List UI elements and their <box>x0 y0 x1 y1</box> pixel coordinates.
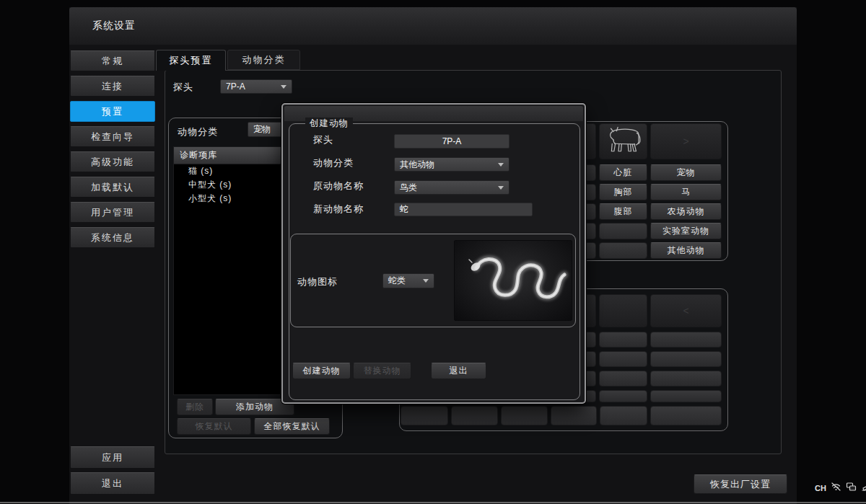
printer-icon <box>861 482 866 495</box>
delete-button[interactable]: 删除 <box>177 399 213 415</box>
next-arrow-hint: > <box>683 136 688 147</box>
preset-button[interactable] <box>599 371 647 386</box>
category-lab-button[interactable]: 实验室动物 <box>650 223 722 239</box>
tab-probe-preset[interactable]: 探头预置 <box>156 50 226 71</box>
preset-button[interactable] <box>599 223 647 239</box>
bottom-edge-line <box>0 502 866 503</box>
animal-icon-label: 动物图标 <box>297 275 338 288</box>
apply-button[interactable]: 应用 <box>70 446 155 469</box>
dialog-orig-name-label: 原动物名称 <box>313 180 364 193</box>
status-icon-tray: CH <box>815 482 866 495</box>
sidebar-item-advanced[interactable]: 高级功能 <box>70 151 155 172</box>
preset-button[interactable] <box>599 242 647 259</box>
probe-dropdown[interactable]: 7P-A <box>220 79 292 94</box>
restore-default-button[interactable]: 恢复默认 <box>177 418 251 435</box>
dual-display-icon <box>846 482 857 495</box>
preset-button[interactable] <box>401 406 448 425</box>
preset-button[interactable] <box>600 406 647 425</box>
exit-button[interactable]: 退出 <box>70 472 155 495</box>
preset-button[interactable] <box>650 351 722 367</box>
preset-button[interactable] <box>551 406 597 425</box>
snake-icon <box>455 311 572 321</box>
network-off-icon <box>831 482 841 495</box>
category-pet-button[interactable]: 宠物 <box>650 164 722 181</box>
tab-animal-category[interactable]: 动物分类 <box>227 50 300 70</box>
sidebar-item-exam-wizard[interactable]: 检查向导 <box>70 126 155 147</box>
prev-preset-button[interactable]: < <box>650 294 722 327</box>
sidebar-item-connect[interactable]: 连接 <box>70 76 155 97</box>
preset-button[interactable] <box>599 351 647 367</box>
sidebar-item-preset[interactable]: 预置 <box>70 101 155 122</box>
preset-button[interactable] <box>650 390 722 402</box>
create-animal-dialog: 创建动物 探头 7P-A 动物分类 其他动物 原动物名称 鸟类 新动物名称 蛇 … <box>281 103 586 404</box>
channel-status-label: CH <box>815 484 826 492</box>
dialog-legend: 创建动物 <box>305 118 353 130</box>
exam-chest-button[interactable]: 胸部 <box>599 184 647 200</box>
preset-button[interactable] <box>599 390 647 402</box>
restore-all-default-button[interactable]: 全部恢复默认 <box>254 418 330 435</box>
animal-image-button[interactable] <box>599 294 647 327</box>
preset-button[interactable] <box>501 406 548 425</box>
sidebar-item-load-default[interactable]: 加载默认 <box>70 177 155 198</box>
preset-button[interactable] <box>650 332 722 348</box>
category-other-button[interactable]: 其他动物 <box>650 242 722 259</box>
preset-button[interactable] <box>650 406 722 425</box>
factory-reset-button[interactable]: 恢复出厂设置 <box>694 474 787 494</box>
page-title: 系统设置 <box>92 19 136 32</box>
sidebar-item-system-info[interactable]: 系统信息 <box>70 227 155 248</box>
cow-icon <box>603 125 644 158</box>
exam-heart-button[interactable]: 心脏 <box>599 164 647 181</box>
next-preset-button[interactable]: > <box>650 123 722 159</box>
cow-image-button[interactable] <box>599 123 647 159</box>
preset-button[interactable] <box>451 406 498 425</box>
sidebar-item-general[interactable]: 常规 <box>70 50 155 71</box>
title-bar: 系统设置 <box>69 7 797 45</box>
exam-abdomen-button[interactable]: 腹部 <box>599 203 647 220</box>
dialog-probe-label: 探头 <box>313 133 333 146</box>
preset-button[interactable] <box>650 371 722 386</box>
animal-icon-preview <box>454 240 572 321</box>
dialog-new-name-label: 新动物名称 <box>313 203 364 216</box>
animal-panel-title: 动物分类 <box>178 125 218 138</box>
dialog-category-label: 动物分类 <box>313 156 354 169</box>
preset-button[interactable] <box>599 332 647 348</box>
sidebar-item-user-mgmt[interactable]: 用户管理 <box>70 202 155 223</box>
prev-arrow-hint: < <box>683 305 688 317</box>
category-horse-button[interactable]: 马 <box>650 184 722 200</box>
probe-label: 探头 <box>173 81 193 94</box>
chevron-down-icon <box>281 85 287 89</box>
category-farm-button[interactable]: 农场动物 <box>650 203 722 220</box>
